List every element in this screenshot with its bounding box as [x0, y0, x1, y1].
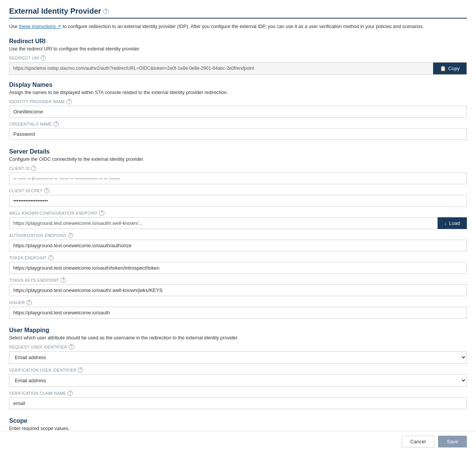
credentials-name-help-icon[interactable]: ? — [54, 121, 59, 127]
cancel-button[interactable]: Cancel — [402, 436, 434, 447]
well-known-label: WELL-KNOWN CONFIGURATION ENDPOINT ? — [9, 210, 467, 216]
token-endpoint-label: TOKEN ENDPOINT ? — [9, 255, 467, 261]
redirect-uri-desc: Use the redirect URI to configure the ex… — [9, 46, 467, 52]
client-secret-label: CLIENT SECRET ? — [9, 188, 467, 193]
credentials-name-input[interactable] — [9, 128, 467, 140]
instructions-link[interactable]: these instructions ↗ — [19, 24, 61, 29]
verification-user-id-label: VERIFICATION USER IDENTIFIER ? — [9, 367, 467, 373]
load-button[interactable]: ↓ Load — [438, 217, 467, 229]
token-keys-label: TOKEN KEYS ENDPOINT ? — [9, 278, 467, 283]
verification-user-id-select[interactable]: Email address Username UPN — [9, 374, 467, 387]
well-known-input[interactable] — [9, 217, 438, 229]
scope-desc: Enter required scope values. — [9, 426, 467, 431]
verification-user-id-help-icon[interactable]: ? — [78, 367, 83, 373]
client-secret-input[interactable] — [9, 195, 467, 207]
idp-name-label: IDENTITY PROVIDER NAME ? — [9, 99, 467, 104]
redirect-uri-value: https://spsclemo.ostop.stacmo.com/authv2… — [9, 63, 433, 74]
well-known-help-icon[interactable]: ? — [99, 210, 104, 216]
user-mapping-title: User Mapping — [9, 327, 467, 334]
display-names-title: Display Names — [9, 82, 467, 88]
user-mapping-section: User Mapping Select which user attribute… — [9, 327, 467, 409]
display-names-section: Display Names Assign the names to be dis… — [9, 82, 467, 140]
copy-icon: 📋 — [440, 66, 446, 71]
top-divider — [9, 18, 467, 19]
copy-button[interactable]: 📋 Copy — [433, 63, 467, 74]
server-details-section: Server Details Configure the OIDC connec… — [9, 148, 467, 319]
issuer-input[interactable] — [9, 307, 467, 319]
idp-name-help-icon[interactable]: ? — [66, 99, 72, 104]
token-keys-help-icon[interactable]: ? — [61, 278, 66, 283]
intro-text: Use these instructions ↗ to configure re… — [9, 23, 467, 30]
redirect-uri-title: Redirect URI — [9, 38, 467, 45]
display-names-desc: Assign the names to be displayed within … — [9, 90, 467, 95]
credentials-name-label: CREDENTIALS NAME ? — [9, 121, 467, 127]
token-keys-input[interactable] — [9, 284, 467, 296]
well-known-row: ↓ Load — [9, 217, 467, 229]
scope-title: Scope — [9, 417, 467, 424]
user-mapping-desc: Select which user attribute should be us… — [9, 335, 467, 341]
client-id-input[interactable] — [9, 173, 467, 184]
issuer-help-icon[interactable]: ? — [27, 300, 32, 305]
auth-endpoint-label: AUTHORIZATION ENDPOINT ? — [9, 233, 467, 238]
verification-claim-input[interactable] — [9, 397, 467, 409]
auth-endpoint-help-icon[interactable]: ? — [68, 233, 73, 238]
request-user-id-label: REQUEST USER IDENTIFIER ? — [9, 344, 467, 350]
page-title: External Identity Provider ? — [9, 7, 467, 16]
client-secret-help-icon[interactable]: ? — [44, 188, 49, 193]
redirect-uri-help-icon[interactable]: ? — [41, 55, 46, 61]
issuer-label: ISSUER ? — [9, 300, 467, 305]
verification-claim-label: VERIFICATION CLAIM NAME ? — [9, 391, 467, 396]
verification-claim-help-icon[interactable]: ? — [68, 391, 73, 396]
server-details-desc: Configure the OIDC connectivity to the e… — [9, 157, 467, 162]
token-endpoint-help-icon[interactable]: ? — [48, 255, 54, 261]
title-help-icon[interactable]: ? — [103, 9, 109, 14]
request-user-id-select[interactable]: Email address Username UPN — [9, 351, 467, 364]
request-user-id-help-icon[interactable]: ? — [69, 344, 74, 350]
client-id-help-icon[interactable]: ? — [31, 166, 36, 171]
server-details-title: Server Details — [9, 148, 467, 155]
redirect-uri-label: REDIRECT URI ? — [9, 55, 467, 61]
load-icon: ↓ — [444, 220, 447, 226]
redirect-uri-section: Redirect URI Use the redirect URI to con… — [9, 38, 467, 75]
auth-endpoint-input[interactable] — [9, 240, 467, 251]
idp-name-input[interactable] — [9, 106, 467, 118]
client-id-label: CLIENT ID ? — [9, 166, 467, 171]
save-button[interactable]: Save — [438, 436, 467, 447]
footer-bar: Cancel Save — [0, 431, 476, 452]
token-endpoint-input[interactable] — [9, 262, 467, 274]
redirect-uri-row: https://spsclemo.ostop.stacmo.com/authv2… — [9, 62, 467, 75]
